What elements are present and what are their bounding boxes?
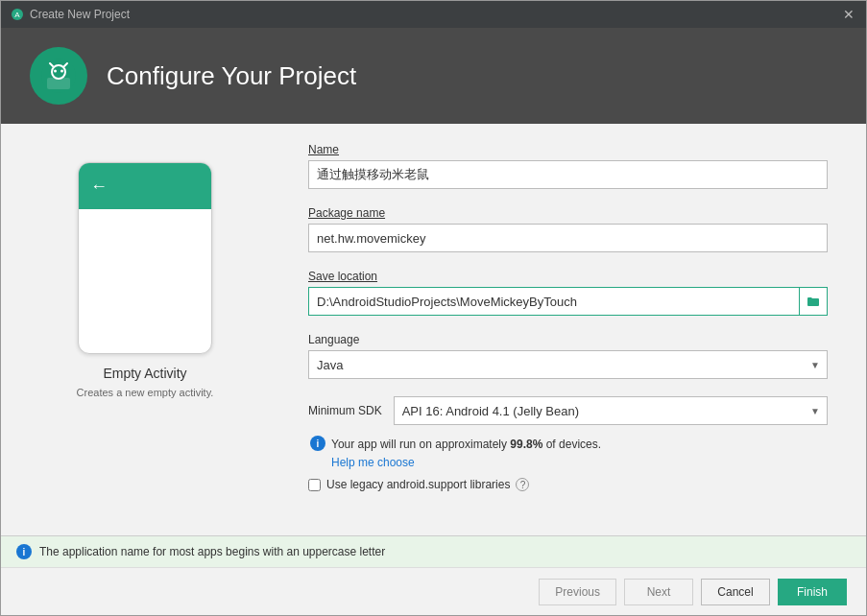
language-select[interactable]: Java Kotlin xyxy=(308,350,828,379)
save-location-group: Save location xyxy=(308,270,828,316)
right-panel: Name Package name Save location xyxy=(289,124,866,535)
android-studio-logo xyxy=(39,57,78,95)
svg-rect-9 xyxy=(807,298,819,306)
main-content: ← Empty Activity Creates a new empty act… xyxy=(1,124,866,535)
title-bar: A Create New Project ✕ xyxy=(1,1,866,28)
close-button[interactable]: ✕ xyxy=(841,7,856,22)
device-coverage-text: Your app will run on approximately 99.8%… xyxy=(331,438,601,451)
cancel-button[interactable]: Cancel xyxy=(701,579,770,605)
save-location-input[interactable] xyxy=(308,287,799,316)
name-input[interactable] xyxy=(308,160,828,189)
header-title: Configure Your Project xyxy=(107,61,356,91)
header: Configure Your Project xyxy=(1,28,866,124)
language-label: Language xyxy=(308,333,828,346)
activity-desc: Creates a new empty activity. xyxy=(77,387,214,398)
name-label: Name xyxy=(308,143,828,156)
phone-mockup: ← xyxy=(78,162,212,354)
warning-text: The application name for most apps begin… xyxy=(39,545,385,558)
save-location-input-wrapper xyxy=(308,287,828,316)
min-sdk-select[interactable]: API 16: Android 4.1 (Jelly Bean) API 21:… xyxy=(394,396,828,425)
legacy-support-checkbox[interactable] xyxy=(308,479,321,491)
warning-icon: i xyxy=(16,544,32,559)
title-bar-text: Create New Project xyxy=(30,8,130,21)
svg-rect-8 xyxy=(47,78,70,89)
help-me-choose-link[interactable]: Help me choose xyxy=(331,456,415,469)
warning-bar: i The application name for most apps beg… xyxy=(1,535,866,567)
package-label: Package name xyxy=(308,206,828,220)
language-select-wrapper: Java Kotlin ▼ xyxy=(308,350,828,379)
back-arrow-icon: ← xyxy=(90,177,108,197)
legacy-help-icon[interactable]: ? xyxy=(516,478,529,491)
info-icon: i xyxy=(310,436,325,451)
header-logo xyxy=(30,47,87,105)
language-group: Language Java Kotlin ▼ xyxy=(308,333,828,379)
min-sdk-label: Minimum SDK xyxy=(308,404,382,417)
legacy-support-row: Use legacy android.support libraries ? xyxy=(308,478,828,491)
package-group: Package name xyxy=(308,206,828,252)
package-input[interactable] xyxy=(308,224,828,252)
svg-text:A: A xyxy=(14,11,20,19)
activity-label: Empty Activity xyxy=(103,366,186,381)
title-bar-left: A Create New Project xyxy=(11,8,130,21)
app-icon: A xyxy=(11,8,24,21)
dialog: A Create New Project ✕ Configure Your Pr… xyxy=(0,0,867,616)
device-coverage-row: i Your app will run on approximately 99.… xyxy=(310,435,828,470)
folder-browse-button[interactable] xyxy=(799,287,828,316)
phone-top-bar: ← xyxy=(79,163,211,209)
previous-button[interactable]: Previous xyxy=(539,579,616,605)
svg-point-6 xyxy=(54,70,57,73)
save-location-label: Save location xyxy=(308,270,828,283)
min-sdk-row: Minimum SDK API 16: Android 4.1 (Jelly B… xyxy=(308,396,828,425)
finish-button[interactable]: Finish xyxy=(778,579,847,605)
next-button[interactable]: Next xyxy=(624,579,693,605)
min-sdk-select-wrapper: API 16: Android 4.1 (Jelly Bean) API 21:… xyxy=(394,396,828,425)
left-panel: ← Empty Activity Creates a new empty act… xyxy=(1,124,289,535)
footer: Previous Next Cancel Finish xyxy=(1,567,866,615)
folder-icon xyxy=(807,295,820,308)
name-group: Name xyxy=(308,143,828,189)
svg-point-7 xyxy=(60,70,63,73)
legacy-support-label: Use legacy android.support libraries xyxy=(326,478,510,491)
